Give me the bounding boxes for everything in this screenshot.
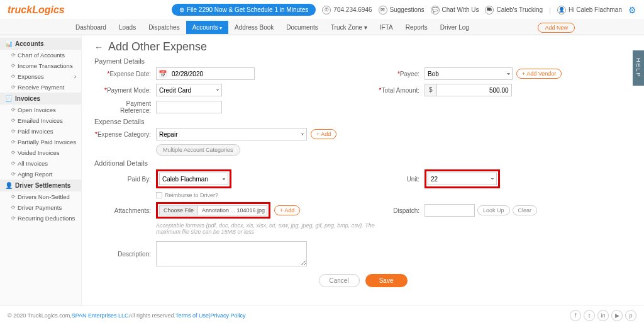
sidebar-driver-header: 👤 Driver Settlements xyxy=(0,180,81,191)
facebook-icon[interactable]: f xyxy=(570,310,581,312)
bulb-icon: ✉ xyxy=(379,6,387,14)
clear-button[interactable]: Clear xyxy=(513,205,538,215)
reimburse-checkbox[interactable] xyxy=(156,192,162,198)
nav-addressbook[interactable]: Address Book xyxy=(228,21,280,34)
logo[interactable]: truckLogics xyxy=(8,4,65,16)
nav-loads[interactable]: Loads xyxy=(113,21,142,34)
sidebar-coa[interactable]: Chart of Accounts xyxy=(0,50,81,60)
paid-by-highlight: Caleb Flachman xyxy=(156,169,231,188)
description-label: Description: xyxy=(94,251,151,258)
gear-icon[interactable]: ⚙ xyxy=(628,5,636,15)
nav-dashboard[interactable]: Dashboard xyxy=(69,21,113,34)
chat-link[interactable]: 💬Chat With Us xyxy=(431,6,479,14)
add-vendor-button[interactable]: + Add Vendor xyxy=(516,69,562,79)
payment-ref-label: Payment Reference: xyxy=(94,100,151,114)
truck-icon: ⛟ xyxy=(485,6,494,14)
description-textarea[interactable] xyxy=(156,241,307,266)
nav-reports[interactable]: Reports xyxy=(399,21,434,34)
attachments-highlight: Choose File Annotation ... 104016.jpg xyxy=(156,202,270,219)
promo-banner[interactable]: ⊕File 2290 Now & Get Schedule 1 in Minut… xyxy=(172,4,316,16)
additional-details-header: Additional Details xyxy=(94,159,631,167)
add-new-button[interactable]: Add New xyxy=(538,23,575,33)
pinterest-icon[interactable]: p xyxy=(625,310,636,312)
footer: © 2020 TruckLogics.com, SPAN Enterprises… xyxy=(0,305,644,312)
payee-label: Payee: xyxy=(363,71,419,77)
unit-label: Unit: xyxy=(363,176,419,183)
lookup-button[interactable]: Look Up xyxy=(477,205,510,215)
paid-by-label: Paid By: xyxy=(94,176,151,183)
dispatch-label: Dispatch: xyxy=(363,207,419,214)
expense-details-header: Expense Details xyxy=(94,118,631,125)
currency-symbol: $ xyxy=(425,84,436,96)
sidebar-accounts-header: 📊 Accounts xyxy=(0,38,81,50)
sidebar-paid[interactable]: Paid Invoices xyxy=(0,126,81,137)
topbar: truckLogics ⊕File 2290 Now & Get Schedul… xyxy=(0,0,644,20)
expense-category-select[interactable]: Repair xyxy=(156,128,307,140)
choose-file-button[interactable]: Choose File xyxy=(159,205,198,215)
sidebar-all[interactable]: All Invoices xyxy=(0,158,81,169)
sidebar-payments[interactable]: Driver Payments xyxy=(0,202,81,213)
payment-mode-label: Payment Mode: xyxy=(94,87,151,94)
user-greeting[interactable]: 👤Hi Caleb Flachman xyxy=(557,6,622,14)
sidebar-open[interactable]: Open Invoices xyxy=(0,105,81,115)
calendar-icon[interactable]: 📅 xyxy=(157,70,169,78)
phone-icon: ✆ xyxy=(322,6,331,14)
attachment-hint: Acceptable formats (pdf, doc, docx, xls,… xyxy=(156,222,376,235)
sidebar-emailed[interactable]: Emailed Invoices xyxy=(0,115,81,126)
sidebar-recurring[interactable]: Recurring Deductions xyxy=(0,213,81,224)
nav-documents[interactable]: Documents xyxy=(280,21,325,34)
nav-truckzone[interactable]: Truck Zone ▾ xyxy=(325,21,374,34)
navbar: Dashboard Loads Dispatches Accounts Addr… xyxy=(0,20,644,35)
add-category-button[interactable]: + Add xyxy=(311,129,336,139)
payment-details-header: Payment Details xyxy=(94,57,631,65)
main-content: ← Add Other Expense Payment Details Expe… xyxy=(82,35,644,312)
add-attachment-button[interactable]: + Add xyxy=(274,205,300,215)
linkedin-icon[interactable]: in xyxy=(597,310,609,312)
logo-text-1: truck xyxy=(8,4,32,15)
company-link[interactable]: ⛟Caleb's Trucking xyxy=(485,6,543,14)
sidebar-receive[interactable]: Receive Payment xyxy=(0,82,81,93)
payee-select[interactable]: Bob xyxy=(425,67,513,80)
page-title: Add Other Expense xyxy=(108,40,207,54)
paid-by-select[interactable]: Caleb Flachman xyxy=(159,173,228,185)
sidebar-voided[interactable]: Voided Invoices xyxy=(0,147,81,158)
sidebar: 📊 Accounts Chart of Accounts Income Tran… xyxy=(0,35,82,312)
nav-ifta[interactable]: IFTA xyxy=(374,21,399,34)
unit-select[interactable]: 22 xyxy=(428,173,497,185)
multiple-categories-button[interactable]: Multiple Account Categories xyxy=(156,144,240,156)
sidebar-aging[interactable]: Aging Report xyxy=(0,169,81,180)
twitter-icon[interactable]: t xyxy=(584,310,595,312)
cancel-button[interactable]: Cancel xyxy=(319,274,360,287)
reimburse-label: Reimburse to Driver? xyxy=(165,192,218,198)
expense-date-label: Expense Date: xyxy=(94,71,151,77)
expense-date-input[interactable] xyxy=(169,68,254,79)
youtube-icon[interactable]: ▶ xyxy=(611,310,623,312)
file-name-display: Annotation ... 104016.jpg xyxy=(198,205,267,215)
nav-driverlog[interactable]: Driver Log xyxy=(434,21,475,34)
chat-icon: 💬 xyxy=(431,6,440,14)
sidebar-income[interactable]: Income Transactions xyxy=(0,60,81,71)
unit-highlight: 22 xyxy=(425,169,500,188)
user-icon: 👤 xyxy=(557,6,566,14)
total-amount-input[interactable] xyxy=(436,84,512,96)
nav-accounts[interactable]: Accounts xyxy=(186,21,228,34)
payment-mode-select[interactable]: Credit Card xyxy=(156,84,222,96)
sidebar-expenses[interactable]: Expenses xyxy=(0,71,81,82)
logo-text-2: Logics xyxy=(32,4,65,15)
suggestions-link[interactable]: ✉Suggestions xyxy=(379,6,425,14)
attachments-label: Attachments: xyxy=(94,207,151,214)
total-amount-label: Total Amount: xyxy=(363,87,419,94)
sidebar-notsettled[interactable]: Drivers Non-Settled xyxy=(0,191,81,202)
back-arrow[interactable]: ← xyxy=(94,42,103,52)
help-tab[interactable]: HELP xyxy=(633,50,644,86)
nav-dispatches[interactable]: Dispatches xyxy=(142,21,186,34)
sidebar-invoices-header: 🧾 Invoices xyxy=(0,93,81,105)
expense-category-label: Expense Category: xyxy=(94,131,151,138)
phone-link[interactable]: ✆704.234.6946 xyxy=(322,6,372,14)
dispatch-input[interactable] xyxy=(425,204,475,217)
payment-ref-input[interactable] xyxy=(156,101,222,113)
sidebar-partial[interactable]: Partially Paid Invoices xyxy=(0,137,81,147)
save-button[interactable]: Save xyxy=(365,274,408,287)
